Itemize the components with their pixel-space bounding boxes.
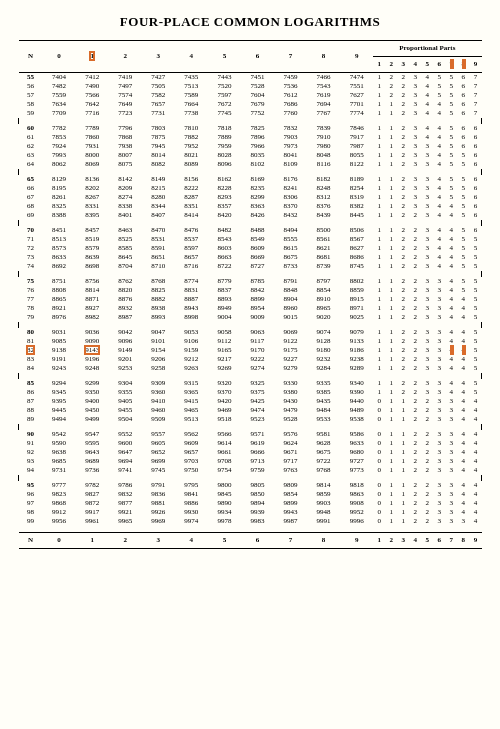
log-cell: 8439 xyxy=(307,211,340,220)
pp-cell: 4 xyxy=(421,73,433,83)
pp-cell: 3 xyxy=(445,406,457,415)
log-cell: 9934 xyxy=(208,508,241,517)
pp-cell: 5 xyxy=(469,244,481,253)
log-cell: 9069 xyxy=(274,328,307,337)
log-cell: 9460 xyxy=(142,406,175,415)
pp-cell: 4 xyxy=(457,346,469,355)
table-row: 6782618267827482808287829382998306831283… xyxy=(19,193,482,202)
pp-cell: 1 xyxy=(373,364,385,373)
pp-cell: 1 xyxy=(385,517,397,526)
log-cell: 9170 xyxy=(241,346,274,355)
log-cell: 8122 xyxy=(340,160,373,169)
log-cell: 7482 xyxy=(43,82,76,91)
log-cell: 8176 xyxy=(274,175,307,184)
log-cell: 9850 xyxy=(241,490,274,499)
log-cell: 9619 xyxy=(241,439,274,448)
pp-cell: 2 xyxy=(397,202,409,211)
n-cell: 69 xyxy=(19,211,43,220)
pp-cell: 4 xyxy=(433,226,445,235)
pp-cell: 4 xyxy=(421,124,433,133)
log-cell: 9595 xyxy=(76,439,109,448)
pp-cell: 3 xyxy=(421,328,433,337)
log-cell: 9671 xyxy=(274,448,307,457)
pp-cell: 5 xyxy=(445,73,457,83)
log-cell: 8420 xyxy=(208,211,241,220)
log-cell: 9886 xyxy=(175,499,208,508)
table-row: 8894459450945594609465946994749479948494… xyxy=(19,406,482,415)
foot-4: 4 xyxy=(175,533,208,549)
log-cell: 9921 xyxy=(109,508,142,517)
pp-cell: 5 xyxy=(457,202,469,211)
log-cell: 9528 xyxy=(274,415,307,424)
log-cell: 9191 xyxy=(43,355,76,364)
table-row: 8090319036904290479053905890639069907490… xyxy=(19,328,482,337)
log-cell: 8344 xyxy=(142,202,175,211)
log-cell: 7513 xyxy=(175,82,208,91)
log-cell: 7731 xyxy=(142,109,175,118)
log-cell: 9708 xyxy=(208,457,241,466)
log-cell: 9053 xyxy=(175,328,208,337)
log-cell: 9759 xyxy=(241,466,274,475)
pp-cell: 2 xyxy=(397,304,409,313)
log-cell: 9289 xyxy=(340,364,373,373)
pp-cell: 3 xyxy=(445,490,457,499)
log-cell: 9345 xyxy=(43,388,76,397)
log-cell: 8376 xyxy=(307,202,340,211)
log-cell: 9745 xyxy=(142,466,175,475)
pp-cell: 2 xyxy=(421,517,433,526)
log-cell: 8306 xyxy=(274,193,307,202)
log-cell: 8915 xyxy=(340,295,373,304)
pp-cell: 3 xyxy=(433,490,445,499)
log-cell: 8591 xyxy=(142,244,175,253)
pp-cell: 4 xyxy=(433,202,445,211)
pp-cell: 2 xyxy=(409,415,421,424)
log-cell: 8745 xyxy=(340,262,373,271)
log-cell: 9494 xyxy=(43,415,76,424)
log-cell: 7818 xyxy=(208,124,241,133)
log-cell: 8351 xyxy=(175,202,208,211)
log-cell: 9395 xyxy=(43,397,76,406)
log-cell: 8041 xyxy=(274,151,307,160)
log-cell: 8797 xyxy=(307,277,340,286)
table-row: 7587518756876287688774877987858791879788… xyxy=(19,277,482,286)
pp-cell: 2 xyxy=(397,91,409,100)
log-cell: 8432 xyxy=(274,211,307,220)
log-cell: 8445 xyxy=(340,211,373,220)
log-cell: 8820 xyxy=(109,286,142,295)
pp-cell: 2 xyxy=(421,415,433,424)
log-cell: 9917 xyxy=(76,508,109,517)
log-cell: 9978 xyxy=(208,517,241,526)
pp-cell: 1 xyxy=(385,226,397,235)
pp-cell: 1 xyxy=(385,439,397,448)
log-cell: 8954 xyxy=(241,304,274,313)
pp-cell: 2 xyxy=(421,490,433,499)
log-cell: 8585 xyxy=(109,244,142,253)
pp-cell: 3 xyxy=(421,160,433,169)
pp-cell: 1 xyxy=(385,109,397,118)
n-cell: 84 xyxy=(19,364,43,373)
foot-9: 9 xyxy=(340,533,373,549)
log-cell: 9465 xyxy=(175,406,208,415)
pp-cell: 5 xyxy=(457,253,469,262)
pp-cell: 2 xyxy=(409,226,421,235)
log-cell: 9079 xyxy=(340,328,373,337)
log-cell: 9320 xyxy=(208,379,241,388)
pp-cell: 2 xyxy=(409,262,421,271)
log-cell: 9499 xyxy=(76,415,109,424)
pp-cell: 2 xyxy=(409,379,421,388)
log-cell: 7657 xyxy=(142,100,175,109)
log-cell: 9991 xyxy=(307,517,340,526)
table-row: 5876347642764976577664767276797686769477… xyxy=(19,100,482,109)
pp-cell: 4 xyxy=(457,508,469,517)
pp-cell: 6 xyxy=(457,73,469,83)
pp-cell: 1 xyxy=(385,457,397,466)
log-cell: 9196 xyxy=(76,355,109,364)
table-row: 6077827789779678037810781878257832783978… xyxy=(19,124,482,133)
log-cell: 7686 xyxy=(274,100,307,109)
pp-cell: 5 xyxy=(457,193,469,202)
log-cell: 9614 xyxy=(208,439,241,448)
pp-cell: 4 xyxy=(457,295,469,304)
log-cell: 7435 xyxy=(175,73,208,83)
log-cell: 9031 xyxy=(43,328,76,337)
pp-cell: 2 xyxy=(409,277,421,286)
